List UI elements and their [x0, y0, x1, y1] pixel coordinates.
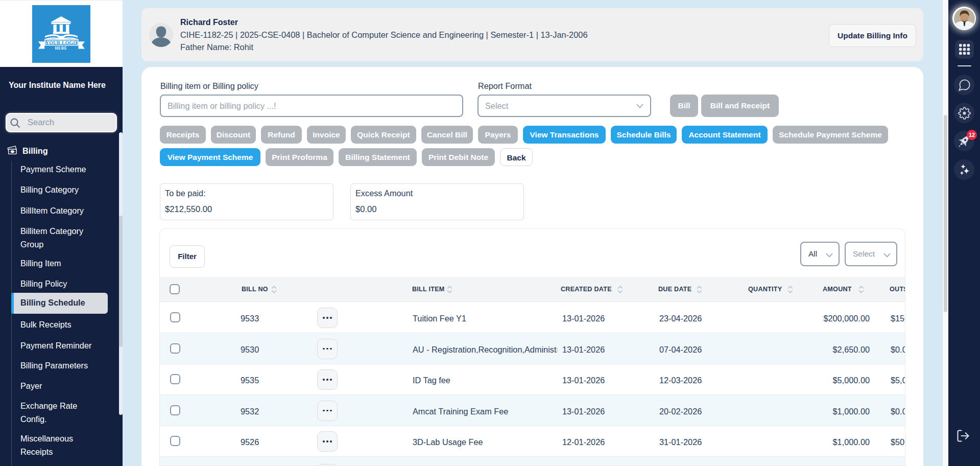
svg-text:YOUR LOGO: YOUR LOGO — [45, 40, 77, 45]
svg-text:HERE: HERE — [55, 46, 67, 51]
